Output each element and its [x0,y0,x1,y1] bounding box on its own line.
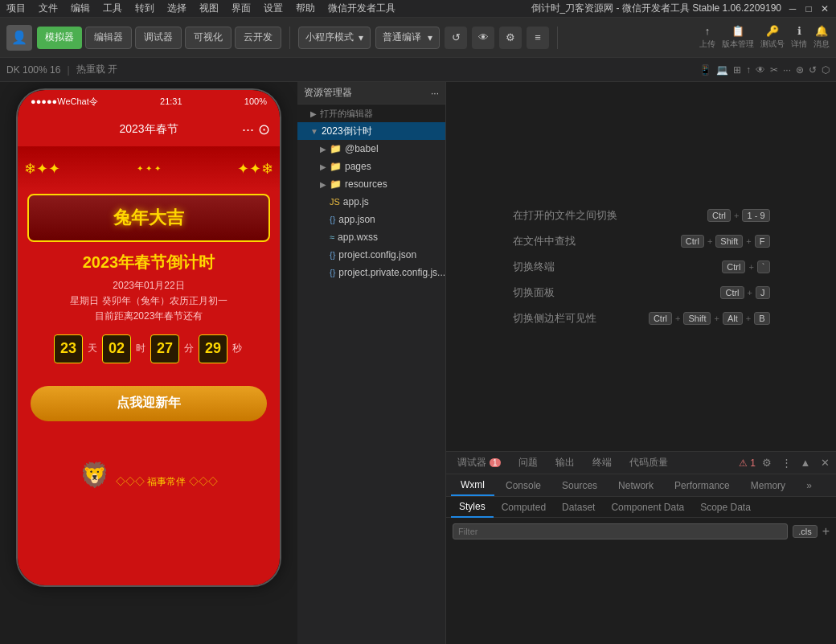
expand-icon[interactable]: ⊞ [733,64,741,76]
subtab-componentdata[interactable]: Component Data [603,497,692,518]
tree-resources[interactable]: ▶ 📁 resources [297,175,445,193]
subtab-dataset[interactable]: Dataset [554,497,603,518]
upload-button[interactable]: ↑ 上传 [699,25,715,50]
phone-more-icon[interactable]: ··· ⊙ [242,121,270,138]
devtools-tab-output[interactable]: 输出 [547,453,583,474]
subtab-styles[interactable]: Styles [451,497,494,518]
visualize-button[interactable]: 可视化 [185,27,232,49]
add-rule-button[interactable]: + [822,524,830,539]
tree-pages[interactable]: ▶ 📁 pages [297,158,445,175]
zoom-level: DK 100% 16 [6,64,60,76]
deco-top: ❄✦✦ ✦ ✦ ✦ ✦✦❄ [18,146,280,191]
detail-button[interactable]: ℹ 详情 [791,25,807,50]
devtools-tab-issues[interactable]: 问题 [510,453,546,474]
menu-item-tools[interactable]: 工具 [103,2,122,15]
mins-box: 27 [150,334,179,363]
menu-item-help[interactable]: 帮助 [296,2,315,15]
menu-item-ui[interactable]: 界面 [232,2,251,15]
devtools-more-btn[interactable]: ⋮ [778,455,794,471]
preview-icon-button[interactable]: 👁 [472,27,494,49]
shortcut-keys-4: Ctrl + Shift + Alt + B [649,312,770,325]
tree-appjson[interactable]: {} app.json [297,211,445,228]
scissors-icon[interactable]: ✂ [770,64,778,76]
debugger-button[interactable]: 调试器 [135,27,182,49]
countdown-section: 2023年春节倒计时 2023年01月22日 星期日 癸卯年（兔年）农历正月初一… [18,245,280,370]
toolbar-separator-1 [289,27,290,49]
maximize-button[interactable]: □ [804,4,813,14]
upload2-icon[interactable]: ↑ [746,64,751,76]
filter-input[interactable] [453,523,788,539]
phone-icon[interactable]: 📱 [699,64,711,76]
open-icon[interactable]: ⬡ [822,64,830,76]
chevron-down-icon: ▾ [428,32,432,43]
file-tree-more[interactable]: ··· [431,88,439,99]
mode-dropdown[interactable]: 小程序模式 ▾ [298,27,371,49]
nav-dots-icon[interactable]: ⊛ [796,64,804,76]
devtools-settings-btn[interactable]: ⚙ [759,455,775,471]
main-sign: 兔年大吉 [27,194,270,242]
tree-projectprivate[interactable]: {} project.private.config.js... [297,264,445,281]
secs-label: 秒 [232,342,242,355]
tree-projectconfig[interactable]: {} project.config.json [297,246,445,264]
cls-button[interactable]: .cls [793,525,818,538]
devtools-right-buttons: ⚠ 1 ⚙ ⋮ ▲ ✕ [739,455,833,471]
subtab-scopedata[interactable]: Scope Data [692,497,759,518]
menu-item-settings[interactable]: 设置 [264,2,283,15]
refresh-button[interactable]: ↺ [445,27,467,49]
wxml-tab-sources[interactable]: Sources [552,475,607,496]
menu-item-select[interactable]: 选择 [167,2,186,15]
wxml-tab-network[interactable]: Network [609,475,663,496]
devtools-collapse-btn[interactable]: ▲ [797,455,813,471]
devtools-tab-quality[interactable]: 代码质量 [621,453,676,474]
compile-dropdown[interactable]: 普通编译 ▾ [375,27,440,49]
subtab-computed[interactable]: Computed [494,497,554,518]
msg-button[interactable]: 🔔 消息 [813,25,830,50]
tree-appjs[interactable]: JS app.js [297,193,445,211]
days-box: 23 [54,334,83,363]
tree-project-root[interactable]: ▼ 2023倒计时 [297,122,445,140]
editor-button[interactable]: 编辑器 [85,27,132,49]
eye2-icon[interactable]: 👁 [756,64,765,76]
tablet-icon[interactable]: 💻 [716,64,728,76]
wxml-tab-more[interactable]: » [797,475,822,496]
shortcut-row-0: 在打开的文件之间切换 Ctrl + 1 - 9 [513,208,770,223]
more-icon-button[interactable]: ≡ [527,27,549,49]
hotreload-toggle[interactable]: 热重载 开 [76,63,117,76]
menu-item-project[interactable]: 项目 [6,2,26,15]
refresh2-icon[interactable]: ↺ [809,64,817,76]
simulator-button[interactable]: 模拟器 [37,27,82,49]
menu-item-view[interactable]: 视图 [199,2,219,15]
settings-icon-button[interactable]: ⚙ [499,27,522,49]
phone-container: ●●●●●WeChat令 21:31 100% 2023年春节 ··· ⊙ ❄✦… [0,82,297,644]
phone-signal: ●●●●●WeChat令 [31,96,98,108]
menu-item-weixin[interactable]: 微信开发者工具 [328,2,395,15]
devtools-tab-terminal[interactable]: 终端 [584,453,620,474]
close-button[interactable]: ✕ [820,4,830,14]
menu-item-edit[interactable]: 编辑 [71,2,90,15]
wxml-tab-memory[interactable]: Memory [741,475,795,496]
version-button[interactable]: 📋 版本管理 [722,25,754,50]
dots-icon[interactable]: ··· [783,64,791,76]
minimize-button[interactable]: ─ [788,4,797,14]
shortcut-keys-0: Ctrl + 1 - 9 [707,209,770,222]
devtools-tab-debugger[interactable]: 调试器 1 [449,453,509,474]
shortcut-row-4: 切换侧边栏可见性 Ctrl + Shift + Alt + B [513,311,770,326]
file-tree-panel: 资源管理器 ··· ▶ 打开的编辑器 ▼ 2023倒计时 ▶ 📁 @babel … [297,82,446,644]
tree-appwxss[interactable]: ≈ app.wxss [297,228,445,246]
tree-babel[interactable]: ▶ 📁 @babel [297,140,445,158]
devtools-close-btn[interactable]: ✕ [817,455,833,471]
menu-item-goto[interactable]: 转到 [135,2,154,15]
open-editors-section: ▶ 打开的编辑器 [297,105,445,122]
menu-item-file[interactable]: 文件 [39,2,58,15]
phone-title-bar: 2023年春节 ··· ⊙ [18,113,280,146]
wxml-tab-performance[interactable]: Performance [665,475,740,496]
cloud-button[interactable]: 云开发 [235,27,281,49]
new-year-button[interactable]: 点我迎新年 [31,386,267,421]
testid-button[interactable]: 🔑 测试号 [760,25,785,50]
devtools-panel: 调试器 1 问题 输出 终端 代码质量 ⚠ 1 ⚙ ⋮ ▲ ✕ Wxml Con… [446,451,836,644]
wxml-tab-wxml[interactable]: Wxml [451,475,494,496]
tool-buttons: 模拟器 编辑器 调试器 可视化 云开发 [37,27,281,49]
project-name: 2023倒计时 [322,125,372,138]
wxml-tab-console[interactable]: Console [496,475,551,496]
countdown-timer: 23 天 02 时 27 分 29 秒 [27,334,270,363]
